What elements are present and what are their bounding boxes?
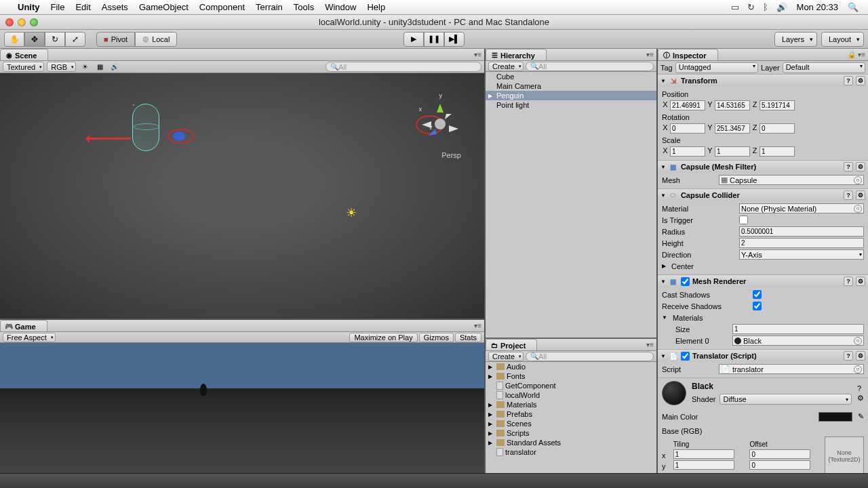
game-view[interactable] [0,343,484,473]
rot-z[interactable] [760,123,795,134]
help-button[interactable]: ? [844,162,853,171]
hierarchy-tab[interactable]: ☰Hierarchy [486,49,547,60]
hierarchy-search[interactable]: 🔍All [526,62,654,71]
spotlight-icon[interactable]: 🔍 [848,2,859,12]
project-tab[interactable]: 🗀Project [486,339,537,350]
scene-view[interactable]: ☀ y x z Persp [0,73,484,319]
project-item[interactable]: ▶ Materials [486,400,656,409]
aspect-dropdown[interactable]: Free Aspect [3,333,56,342]
scene-tab[interactable]: ◉Scene [0,49,48,60]
project-item[interactable]: ▶ Prefabs [486,409,656,419]
menu-tools[interactable]: Tools [288,2,319,12]
help-button[interactable]: ? [857,384,864,392]
bluetooth-icon[interactable]: ᛒ [763,2,768,12]
gear-icon[interactable]: ⚙ [856,277,865,286]
menubar-clock[interactable]: Mon 20:33 [797,2,838,12]
volume-icon[interactable]: 🔊 [776,2,787,12]
mesh-field[interactable]: ▦Capsule○ [719,175,864,185]
display-icon[interactable]: ▭ [731,2,739,12]
step-button[interactable]: ▶▌ [444,32,465,47]
rotate-tool[interactable]: ↻ [45,32,65,47]
gizmos-toggle[interactable]: Gizmos [419,333,454,342]
cast-shadows-checkbox[interactable] [753,290,762,299]
project-item[interactable]: ▶ Scenes [486,419,656,428]
direction-dropdown[interactable]: Y-Axis▾ [739,249,864,260]
scale-z[interactable] [760,146,795,157]
main-color-swatch[interactable] [818,412,852,422]
menu-file[interactable]: File [45,2,71,12]
script-enable[interactable] [681,352,690,361]
transform-header[interactable]: ▼ ⇲ Transform ? ⚙ [658,75,868,87]
project-item[interactable]: GetComponent [486,381,656,390]
maximize-toggle[interactable]: Maximize on Play [349,333,417,342]
script-header[interactable]: ▼📄 Translator (Script) ? ⚙ [658,350,868,362]
receive-shadows-checkbox[interactable] [753,302,762,310]
tiling-y[interactable] [673,460,734,470]
pos-y[interactable] [715,100,750,110]
hierarchy-list[interactable]: CubeMain Camera▶PenguinPoint light [486,72,656,338]
collider-header[interactable]: ▼⬭ Capsule Collider ? ⚙ [658,189,868,201]
menu-help[interactable]: Help [361,2,391,12]
menu-terrain[interactable]: Terrain [250,2,288,12]
game-tab[interactable]: 🎮Game [0,320,47,331]
menu-gameobject[interactable]: GameObject [134,2,194,12]
menu-component[interactable]: Component [194,2,250,12]
height-field[interactable] [739,238,864,248]
gear-icon[interactable]: ⚙ [856,76,865,85]
renderer-enable[interactable] [681,277,690,286]
scene-audio-toggle[interactable]: 🔊 [108,62,121,72]
play-button[interactable]: ▶ [403,32,424,47]
project-list[interactable]: ▶ Audio▶ Fonts GetComponent localWorld▶ … [486,362,656,473]
project-item[interactable]: localWorld [486,390,656,400]
help-button[interactable]: ? [844,76,853,85]
shader-dropdown[interactable]: Diffuse [719,394,852,405]
local-toggle[interactable]: ◍Local [135,32,177,47]
offset-y[interactable] [749,460,810,470]
scene-search[interactable]: 🔍All [326,62,481,72]
scale-tool[interactable]: ⤢ [65,32,85,47]
project-create[interactable]: Create [488,352,524,361]
eyedropper-icon[interactable]: ✎ [858,412,864,421]
hierarchy-item[interactable]: Point light [486,100,656,110]
radius-field[interactable] [739,226,864,237]
timemachine-icon[interactable]: ↻ [747,2,755,12]
project-search[interactable]: 🔍All [526,352,654,361]
scale-y[interactable] [715,146,750,157]
scene-shading-dropdown[interactable]: Textured [3,62,44,72]
app-menu[interactable]: Unity [12,2,45,12]
project-item[interactable]: ▶ Standard Assets [486,438,656,447]
help-button[interactable]: ? [844,351,853,361]
project-item[interactable]: ▶ Audio [486,362,656,371]
project-item[interactable]: ▶ Fonts [486,371,656,381]
move-gizmo-x[interactable] [87,138,131,140]
projection-label[interactable]: Persp [441,151,461,159]
texture-slot[interactable]: None (Texture2D) [825,436,864,473]
gear-icon[interactable]: ⚙ [857,394,864,403]
pivot-toggle[interactable]: ■Pivot [96,32,135,47]
script-field[interactable]: 📄translator○ [719,364,864,374]
physmat-field[interactable]: None (Physic Material)○ [739,203,864,214]
menu-window[interactable]: Window [319,2,361,12]
hierarchy-item[interactable]: Cube [486,72,656,81]
hand-tool[interactable]: ✋ [4,32,24,47]
pos-z[interactable] [760,100,795,110]
project-item[interactable]: translator [486,447,656,457]
help-button[interactable]: ? [844,190,853,200]
gear-icon[interactable]: ⚙ [856,162,865,171]
renderer-header[interactable]: ▼▦ Mesh Renderer ? ⚙ [658,275,868,287]
hierarchy-item[interactable]: Main Camera [486,81,656,91]
scene-skybox-toggle[interactable]: ▦ [94,62,106,72]
scale-x[interactable] [670,146,705,157]
stats-toggle[interactable]: Stats [455,333,481,342]
hierarchy-item[interactable]: ▶Penguin [486,91,656,100]
tiling-x[interactable] [673,449,734,459]
menu-assets[interactable]: Assets [96,2,134,12]
minimize-button[interactable] [18,18,26,26]
orientation-gizmo[interactable] [416,100,464,148]
move-gizmo-z-marker[interactable] [167,129,195,144]
rot-y[interactable] [715,123,750,134]
layer-dropdown[interactable]: Default▾ [783,62,865,73]
scene-rendermode-dropdown[interactable]: RGB [47,62,76,72]
help-button[interactable]: ? [844,277,853,286]
tag-dropdown[interactable]: Untagged▾ [675,62,758,73]
